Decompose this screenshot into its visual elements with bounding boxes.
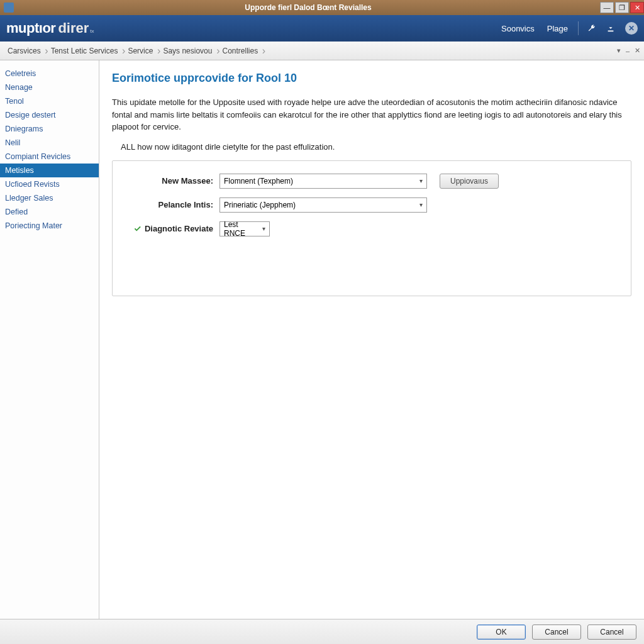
cancel-button-2[interactable]: Cancel xyxy=(587,625,636,640)
page-subdescription: ALL how now iditagont dirle cietylte for… xyxy=(121,142,631,152)
breadcrumb-item[interactable]: Says nesiovou xyxy=(159,42,218,60)
app-icon xyxy=(4,3,14,13)
chevron-down-icon[interactable]: ▾ xyxy=(617,47,621,55)
select-new-massee[interactable]: Flomnent (Texphem) xyxy=(219,174,427,189)
sidebar-item-nenage[interactable]: Nenage xyxy=(0,80,99,94)
sidebar-item-poriecting[interactable]: Poriecting Mater xyxy=(0,219,99,233)
sidebar-item-dniegrams[interactable]: Dniegrams xyxy=(0,122,99,136)
window-titlebar: Upporde fierl Dalod Bœnt Revialles — ❐ ✕ xyxy=(0,0,644,15)
form-panel: New Massee: Flomnent (Texphem) Uppiovaıu… xyxy=(112,160,631,296)
select-value: Lest RNCE xyxy=(224,220,255,238)
ok-button-label: OK xyxy=(496,628,506,636)
select-pelancle[interactable]: Prineriatic (Jepphem) xyxy=(219,197,427,213)
main-content: Eorimotice upprcovide for Rool 10 This u… xyxy=(99,60,644,619)
sidebar-item-tenol[interactable]: Tenol xyxy=(0,94,99,108)
cancel-button-label: Cancel xyxy=(545,628,568,636)
breadcrumb-item[interactable]: Service xyxy=(124,42,159,60)
body: Celetreis Nenage Tenol Desige destert Dn… xyxy=(0,60,644,619)
sidebar-item-compiant[interactable]: Compiant Revicles xyxy=(0,150,99,164)
dialog-footer: OK Cancel Cancel xyxy=(0,619,644,644)
sidebar-item-nelil[interactable]: Nelil xyxy=(0,136,99,150)
window-title: Upporde fierl Dalod Bœnt Revialles xyxy=(18,3,599,12)
update-button-label: Uppiovaıus xyxy=(450,177,488,186)
top-separator xyxy=(578,21,579,35)
label-pelancle: Pelancle Intis: xyxy=(125,200,219,209)
brand-text-a: muptıor xyxy=(6,20,55,36)
select-value: Flomnent (Texphem) xyxy=(224,177,293,186)
wrench-icon[interactable] xyxy=(586,23,597,34)
top-link-plage[interactable]: Plage xyxy=(547,24,568,33)
top-banner: muptıor direr tx Soonvics Plage ✕ xyxy=(0,15,644,42)
sidebar-item-metisles[interactable]: Metisles xyxy=(0,164,99,177)
download-icon[interactable] xyxy=(605,23,616,34)
x-icon[interactable]: ✕ xyxy=(635,47,640,55)
sidebar-item-ucfioed[interactable]: Ucfioed Revists xyxy=(0,177,99,191)
label-diagnotic: Diagnotic Reviate xyxy=(125,224,219,233)
form-row-pelancle: Pelancle Intis: Prineriatic (Jepphem) xyxy=(125,197,618,213)
maximize-button[interactable]: ❐ xyxy=(615,2,629,13)
breadcrumb-item[interactable]: Tenst Letic Services xyxy=(47,42,125,60)
breadcrumb-item[interactable]: Carsvices xyxy=(4,42,47,60)
update-button[interactable]: Uppiovaıus xyxy=(440,174,499,189)
form-row-diagnotic: Diagnotic Reviate Lest RNCE xyxy=(125,221,618,236)
minimize-button[interactable]: — xyxy=(600,2,614,13)
sidebar-item-defied[interactable]: Defied xyxy=(0,205,99,219)
sidebar-item-lledger[interactable]: Lledger Sales xyxy=(0,191,99,205)
ok-button[interactable]: OK xyxy=(477,625,526,640)
dash-icon[interactable]: – xyxy=(626,47,630,55)
cancel-button-2-label: Cancel xyxy=(600,628,623,636)
select-diagnotic[interactable]: Lest RNCE xyxy=(219,221,270,236)
check-icon xyxy=(133,225,142,233)
sidebar: Celetreis Nenage Tenol Desige destert Dn… xyxy=(0,60,99,619)
label-diagnotic-text: Diagnotic Reviate xyxy=(145,224,213,233)
breadcrumb-item[interactable]: Contrellies xyxy=(218,42,264,60)
page-title: Eorimotice upprcovide for Rool 10 xyxy=(112,72,631,85)
window-buttons: — ❐ ✕ xyxy=(599,2,644,13)
sidebar-item-celetreis[interactable]: Celetreis xyxy=(0,67,99,80)
select-value: Prineriatic (Jepphem) xyxy=(224,201,296,209)
label-new-massee: New Massee: xyxy=(125,176,219,186)
close-button[interactable]: ✕ xyxy=(630,2,644,13)
top-link-soonvics[interactable]: Soonvics xyxy=(501,24,535,33)
brand-text-b: direr xyxy=(58,20,89,36)
page-description: This upidate metolle for the Upposite us… xyxy=(112,96,631,133)
breadcrumb-bar: Carsvices Tenst Letic Services Service S… xyxy=(0,42,644,60)
top-close-icon[interactable]: ✕ xyxy=(625,22,638,35)
form-row-new-massee: New Massee: Flomnent (Texphem) Uppiovaıu… xyxy=(125,174,618,189)
sidebar-item-desige[interactable]: Desige destert xyxy=(0,108,99,122)
brand-sub: tx xyxy=(90,28,94,34)
breadcrumb-right-controls: ▾ – ✕ xyxy=(617,47,640,55)
brand-logo: muptıor direr tx xyxy=(6,20,94,36)
cancel-button[interactable]: Cancel xyxy=(532,625,581,640)
